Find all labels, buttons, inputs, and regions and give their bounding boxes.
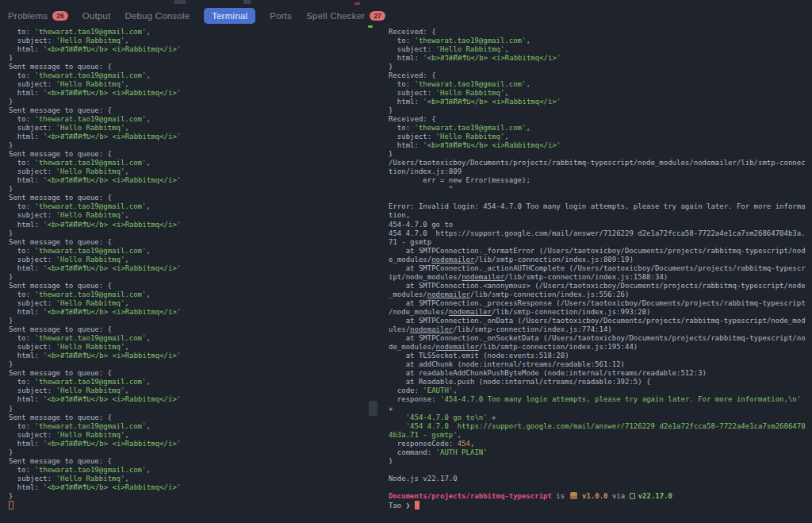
terminal-line: }	[9, 273, 373, 282]
terminal-line: code: 'EAUTH',	[389, 386, 812, 395]
terminal-line: html: '<b>สวัสดีครับ</b> <i>Rabbitmq</i>…	[9, 395, 373, 404]
terminal-line: tion,	[389, 211, 812, 220]
terminal-line: to: 'thewarat.tao19@gmail.com',	[9, 466, 373, 475]
terminal-line: subject: 'Hello Rabbitmq',	[9, 37, 373, 45]
tab-terminal[interactable]: Terminal	[204, 8, 255, 24]
terminal-line: Sent message to queue: {	[9, 194, 373, 202]
terminal-line: html: '<b>สวัสดีครับ</b> <i>Rabbitmq</i>…	[9, 440, 373, 448]
terminal-line: tion/index.js:809	[389, 167, 812, 176]
terminal-line: Received: {	[389, 115, 812, 124]
terminal-line: Node.js v22.17.0	[389, 475, 812, 483]
terminal-line: subject: 'Hello Rabbitmq',	[9, 299, 373, 308]
terminal-line: Sent message to queue: {	[9, 457, 373, 466]
terminal-line: 454 4.7.0 https://support.google.com/mai…	[389, 229, 812, 238]
terminal-line: /Users/taotoxicboy/Documents/projects/ra…	[389, 159, 812, 167]
terminal-line: html: '<b>สวัสดีครับ</b> <i>Rabbitmq</i>…	[389, 98, 812, 106]
terminal-line: }	[9, 448, 373, 457]
terminal-line: Sent message to queue: {	[9, 325, 373, 334]
terminal-line: }	[9, 360, 373, 369]
terminal-line: }	[9, 405, 373, 413]
terminal-line: html: '<b>สวัสดีครับ</b> <i>Rabbitmq</i>…	[9, 89, 373, 98]
terminal-line: }	[9, 317, 373, 325]
terminal-line: to: 'thewarat.tao19@gmail.com',	[9, 71, 373, 80]
terminal-line: to: 'thewarat.tao19@gmail.com',	[389, 124, 812, 133]
terminal-line: to: 'thewarat.tao19@gmail.com',	[9, 247, 373, 256]
nodejs-hexagon-icon	[630, 493, 635, 499]
command-success-decoration	[368, 25, 373, 28]
terminal-line: at SMTPConnection._actionAUTHComplete (/…	[389, 264, 812, 273]
terminal-line: Error: Invalid login: 454-4.7.0 Too many…	[389, 202, 812, 211]
tab-debug-console[interactable]: Debug Console	[124, 11, 190, 21]
terminal-line: }	[9, 492, 373, 501]
terminal-line: Sent message to queue: {	[9, 369, 373, 378]
terminal-line: at SMTPConnection._formatError (/Users/t…	[389, 247, 812, 256]
spell-checker-count-badge: 27	[370, 11, 385, 21]
problems-count-badge: 26	[52, 11, 67, 21]
terminal-line: at SMTPConnection._processResponse (/Use…	[389, 299, 812, 308]
terminal-line: to: 'thewarat.tao19@gmail.com',	[389, 80, 812, 89]
terminal-line: html: '<b>สวัสดีครับ</b> <i>Rabbitmq</i>…	[9, 483, 373, 492]
terminal-line: subject: 'Hello Rabbitmq',	[9, 80, 373, 89]
terminal-line: 4b3a.71 - gsmtp',	[389, 431, 812, 440]
terminal-line: html: '<b>สวัสดีครับ</b> <i>Rabbitmq</i>…	[9, 45, 373, 54]
terminal-line: subject: 'Hello Rabbitmq',	[389, 133, 812, 141]
terminal-line: subject: 'Hello Rabbitmq',	[9, 256, 373, 264]
terminal-left-pane[interactable]: to: 'thewarat.tao19@gmail.com', subject:…	[9, 28, 373, 510]
tab-label: Terminal	[212, 11, 247, 21]
terminal-line: Received: {	[389, 28, 812, 37]
tab-label: Spell Checker	[306, 11, 365, 21]
terminal-line: responseCode: 454,	[389, 440, 812, 448]
terminal-line: at SMTPConnection.<anonymous> (/Users/ta…	[389, 282, 812, 290]
terminal-line: ipt/node_modules/nodemailer/lib/smtp-con…	[389, 273, 812, 282]
terminal-line: Sent message to queue: {	[9, 238, 373, 247]
terminal-line: subject: 'Hello Rabbitmq',	[9, 167, 373, 176]
terminal-line: to: 'thewarat.tao19@gmail.com',	[9, 334, 373, 343]
terminal-line: at Readable.push (node:internal/streams/…	[389, 378, 812, 386]
terminal-line: ules/nodemailer/lib/smtp-connection/inde…	[389, 325, 812, 334]
tab-spell-checker[interactable]: Spell Checker 27	[306, 11, 385, 21]
terminal-line	[389, 483, 812, 492]
terminal-line: Sent message to queue: {	[9, 282, 373, 290]
terminal-line: subject: 'Hello Rabbitmq',	[9, 211, 373, 220]
terminal-line: err = new Error(message);	[389, 176, 812, 185]
tab-problems[interactable]: Problems 26	[8, 11, 68, 21]
scrollbar-thumb[interactable]	[369, 401, 377, 416]
terminal-line: to: 'thewarat.tao19@gmail.com',	[9, 159, 373, 167]
terminal-line: to: 'thewarat.tao19@gmail.com',	[9, 115, 373, 124]
terminal-cursor	[415, 501, 419, 510]
tab-label: Ports	[270, 11, 292, 21]
terminal-line: 454-4.7.0 go to	[389, 221, 812, 229]
terminal-line: subject: 'Hello Rabbitmq',	[9, 475, 373, 483]
terminal-line: Sent message to queue: {	[9, 106, 373, 115]
terminal-line: }	[389, 106, 812, 115]
terminal-line: to: 'thewarat.tao19@gmail.com',	[9, 422, 373, 431]
terminal-line: ^	[389, 185, 812, 194]
terminal-line: 71 - gsmtp	[389, 238, 812, 247]
terminal-line: Sent message to queue: {	[9, 413, 373, 422]
terminal-right-pane[interactable]: Received: { to: 'thewarat.tao19@gmail.co…	[389, 28, 812, 510]
terminal-line: html: '<b>สวัสดีครับ</b> <i>Rabbitmq</i>…	[9, 133, 373, 141]
terminal-line: response: '454-4.7.0 Too many login atte…	[389, 395, 812, 404]
tab-ports[interactable]: Ports	[270, 11, 292, 21]
terminal-line: html: '<b>สวัสดีครับ</b> <i>Rabbitmq</i>…	[9, 352, 373, 360]
terminal-line: at addChunk (node:internal/streams/reada…	[389, 360, 812, 369]
terminal-line: Sent message to queue: {	[9, 63, 373, 71]
terminal-line: }	[389, 457, 812, 466]
clipped-editor-artifact	[174, 0, 186, 4]
terminal-line: html: '<b>สวัสดีครับ</b> <i>Rabbitmq</i>…	[9, 176, 373, 185]
terminal-line: Tao ❯	[389, 501, 812, 510]
tab-label: Debug Console	[124, 11, 190, 21]
terminal-cursor	[9, 501, 13, 510]
terminal-line: Documents/projects/rabbitmq-typescript i…	[389, 492, 812, 501]
terminal-line: Sent message to queue: {	[9, 150, 373, 159]
tab-label: Output	[82, 11, 111, 21]
terminal-line: command: 'AUTH PLAIN'	[389, 448, 812, 457]
terminal-line: _modules/nodemailer/lib/smtp-connection/…	[389, 290, 812, 299]
terminal-line	[389, 466, 812, 475]
terminal-line: html: '<b>สวัสดีครับ</b> <i>Rabbitmq</i>…	[389, 54, 812, 63]
terminal-line: }	[389, 150, 812, 159]
package-icon	[570, 492, 577, 499]
tab-output[interactable]: Output	[82, 11, 111, 21]
terminal-line: +	[389, 405, 812, 413]
terminal-line: to: 'thewarat.tao19@gmail.com',	[9, 378, 373, 386]
